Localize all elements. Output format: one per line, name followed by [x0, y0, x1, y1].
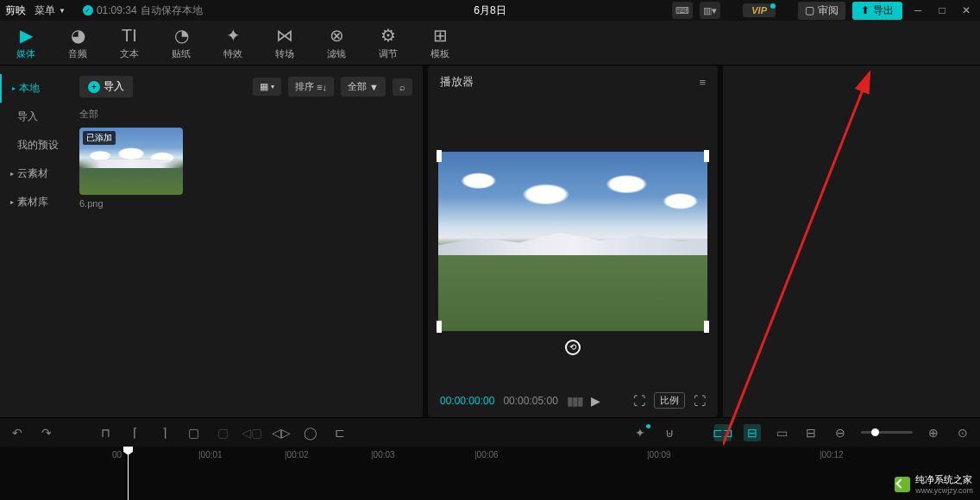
vip-button[interactable]: VIP: [743, 3, 776, 17]
prev-frame-icon[interactable]: ▮▮▮: [567, 394, 582, 408]
sort-label: 排序: [295, 80, 314, 93]
play-button[interactable]: ▶: [591, 394, 600, 408]
zoom-out-button[interactable]: ⊖: [832, 426, 849, 440]
tool-tab-label: 特效: [223, 47, 242, 60]
split-button[interactable]: ⊓: [97, 426, 114, 440]
timeline[interactable]: 00|00:01|00:02|00:03|00:06|00:09|00:12: [0, 447, 980, 500]
grid-icon: ▦: [260, 81, 268, 92]
time-total: 00:00:05:00: [503, 395, 557, 407]
tool-tab-6[interactable]: ⊗滤镜: [311, 25, 362, 60]
player-title: 播放器: [440, 74, 474, 90]
resize-handle-tl[interactable]: [437, 150, 442, 162]
tool-tab-label: 文本: [120, 47, 139, 60]
mirror-button[interactable]: ◁▷: [273, 426, 290, 440]
review-icon: ▢: [805, 4, 814, 16]
thumbnail-name: 6.png: [79, 198, 183, 209]
preview-image[interactable]: [438, 152, 707, 331]
check-icon: ✓: [83, 5, 93, 16]
mic-button[interactable]: ⊍: [661, 426, 678, 440]
sort-icon: ≡↓: [317, 82, 327, 92]
ratio-button[interactable]: 比例: [654, 392, 685, 409]
media-thumbnail[interactable]: 已添加 6.png: [79, 128, 183, 209]
playhead[interactable]: [128, 447, 129, 500]
zoom-slider[interactable]: [861, 431, 913, 434]
tool-tab-7[interactable]: ⚙调节: [362, 25, 414, 60]
tool-tab-1[interactable]: ◕音频: [52, 25, 104, 60]
maximize-button[interactable]: □: [933, 2, 951, 19]
search-button[interactable]: ⌕: [393, 78, 412, 96]
delete-right-button[interactable]: ⌉: [155, 426, 173, 440]
autosave-time: 01:09:34: [97, 4, 137, 16]
layout-icon[interactable]: ▥▾: [700, 2, 720, 19]
track-align-button[interactable]: ⊟: [802, 426, 820, 440]
track-link-button[interactable]: ⊟: [744, 424, 761, 441]
resize-handle-bl[interactable]: [437, 321, 442, 333]
tool-tab-4[interactable]: ✦特效: [207, 25, 259, 60]
close-button[interactable]: ✕: [958, 2, 975, 19]
minimize-button[interactable]: ─: [909, 2, 927, 19]
sidebar-item-label: 导入: [17, 109, 38, 124]
track-preview-button[interactable]: ▭: [773, 426, 790, 440]
menu-button[interactable]: 菜单 ▼: [35, 3, 66, 18]
rotate-handle[interactable]: ⟲: [565, 340, 581, 355]
ai-button[interactable]: ✦: [631, 426, 649, 440]
sidebar-item-1[interactable]: 导入: [0, 103, 69, 131]
time-current: 00:00:00:00: [440, 395, 494, 407]
tool-tab-icon: ⚙: [380, 25, 396, 46]
sidebar-item-3[interactable]: ▸云素材: [0, 159, 69, 188]
tool-tab-5[interactable]: ⋈转场: [259, 25, 311, 60]
view-grid-button[interactable]: ▦▾: [253, 78, 281, 96]
zoom-in-button[interactable]: ⊕: [925, 426, 942, 440]
export-label: 导出: [873, 3, 894, 18]
sidebar-item-label: 本地: [19, 81, 40, 96]
ruler-mark: |00:09: [647, 450, 671, 459]
import-button[interactable]: + 导入: [79, 76, 133, 97]
tool-tab-2[interactable]: TI文本: [104, 25, 155, 60]
tool-tab-label: 媒体: [16, 47, 35, 60]
chevron-icon: ▸: [10, 170, 14, 178]
tool-tab-label: 调节: [379, 47, 398, 60]
export-icon: ⬆: [861, 4, 870, 16]
tool-tab-8[interactable]: ⊞模板: [414, 25, 466, 60]
keyboard-icon[interactable]: ⌨: [672, 2, 693, 19]
fullscreen-icon[interactable]: ⛶: [694, 394, 706, 408]
resize-handle-tr[interactable]: [704, 150, 709, 162]
chevron-icon: ▸: [10, 198, 14, 206]
rotate-button[interactable]: ◯: [302, 426, 319, 440]
tool-tab-label: 滤镜: [327, 47, 346, 60]
resize-handle-br[interactable]: [704, 321, 709, 333]
undo-button[interactable]: ↶: [9, 426, 26, 440]
tool-tab-icon: ⊗: [330, 25, 344, 46]
watermark-logo-icon: [895, 477, 910, 492]
filter-button[interactable]: 全部 ▼: [341, 77, 386, 97]
delete-button[interactable]: ▢: [185, 426, 202, 440]
tool-tab-3[interactable]: ◔贴纸: [155, 25, 207, 60]
export-button[interactable]: ⬆ 导出: [852, 2, 902, 20]
review-button[interactable]: ▢ 审阅: [798, 2, 845, 20]
thumbnail-image: 已添加: [79, 128, 183, 195]
tool-tab-0[interactable]: ▶媒体: [0, 25, 52, 60]
sidebar-item-label: 云素材: [17, 166, 48, 181]
sidebar-item-0[interactable]: ▸本地: [0, 74, 69, 103]
delete-left-button[interactable]: ⌈: [126, 426, 143, 440]
svg-line-1: [723, 72, 870, 445]
import-label: 导入: [104, 79, 124, 94]
tool-tab-icon: ✦: [226, 25, 241, 46]
menu-label: 菜单: [35, 3, 55, 18]
sort-button[interactable]: 排序 ≡↓: [288, 77, 334, 97]
sidebar-item-4[interactable]: ▸素材库: [0, 188, 69, 216]
player-viewport[interactable]: ⟲: [428, 98, 718, 384]
freeze-button[interactable]: ▢: [214, 426, 231, 440]
tool-tab-icon: ◔: [174, 25, 189, 46]
chevron-icon: ▸: [12, 84, 16, 92]
crop-button[interactable]: ⊏: [331, 426, 349, 440]
reverse-button[interactable]: ◁▢: [243, 426, 261, 440]
sidebar-item-2[interactable]: 我的预设: [0, 131, 69, 159]
track-magnet-button[interactable]: ⊏⊐: [714, 424, 732, 441]
chevron-down-icon: ▼: [59, 7, 66, 15]
redo-button[interactable]: ↷: [38, 426, 55, 440]
player-menu-icon[interactable]: ≡: [699, 76, 706, 89]
zoom-fit-button[interactable]: ⊙: [954, 426, 971, 440]
compare-icon[interactable]: ⛶: [633, 394, 645, 408]
watermark: 纯净系统之家 www.ycwjzy.com: [895, 473, 973, 495]
